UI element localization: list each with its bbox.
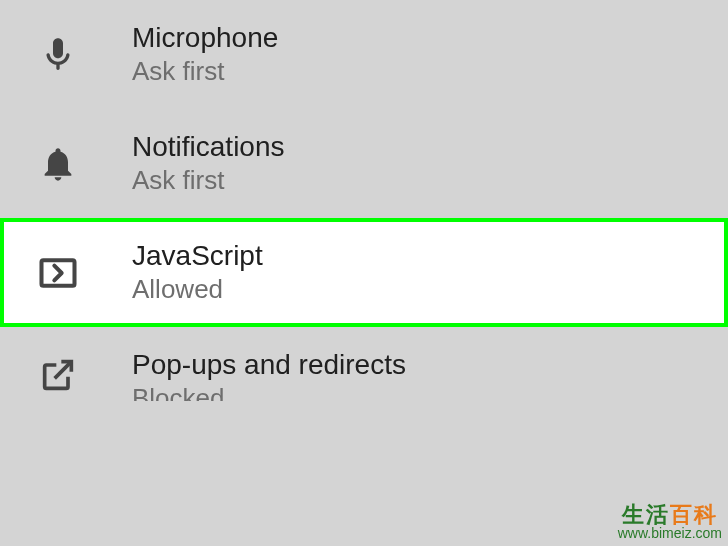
svg-rect-0	[42, 260, 75, 286]
settings-item-notifications[interactable]: Notifications Ask first	[0, 109, 728, 218]
watermark-logo-right: 百科	[670, 502, 718, 527]
settings-item-javascript[interactable]: JavaScript Allowed	[0, 218, 728, 327]
watermark: 生活百科 www.bimeiz.com	[618, 504, 722, 540]
settings-item-text: Pop-ups and redirects Blocked	[132, 349, 406, 401]
settings-item-text: Notifications Ask first	[132, 131, 285, 196]
settings-item-text: JavaScript Allowed	[132, 240, 263, 305]
settings-item-popups[interactable]: Pop-ups and redirects Blocked	[0, 327, 728, 401]
settings-item-text: Microphone Ask first	[132, 22, 278, 87]
watermark-logo: 生活百科 www.bimeiz.com	[618, 504, 722, 540]
javascript-icon	[36, 251, 80, 295]
item-title: Microphone	[132, 22, 278, 54]
item-title: JavaScript	[132, 240, 263, 272]
item-title: Notifications	[132, 131, 285, 163]
item-subtitle: Allowed	[132, 274, 263, 305]
watermark-url: www.bimeiz.com	[618, 526, 722, 540]
watermark-logo-left: 生活	[622, 502, 670, 527]
item-title: Pop-ups and redirects	[132, 349, 406, 381]
item-subtitle: Ask first	[132, 165, 285, 196]
settings-item-microphone[interactable]: Microphone Ask first	[0, 0, 728, 109]
microphone-icon	[36, 33, 80, 77]
open-in-new-icon	[36, 353, 80, 397]
item-subtitle: Ask first	[132, 56, 278, 87]
notifications-icon	[36, 142, 80, 186]
item-subtitle: Blocked	[132, 383, 406, 401]
